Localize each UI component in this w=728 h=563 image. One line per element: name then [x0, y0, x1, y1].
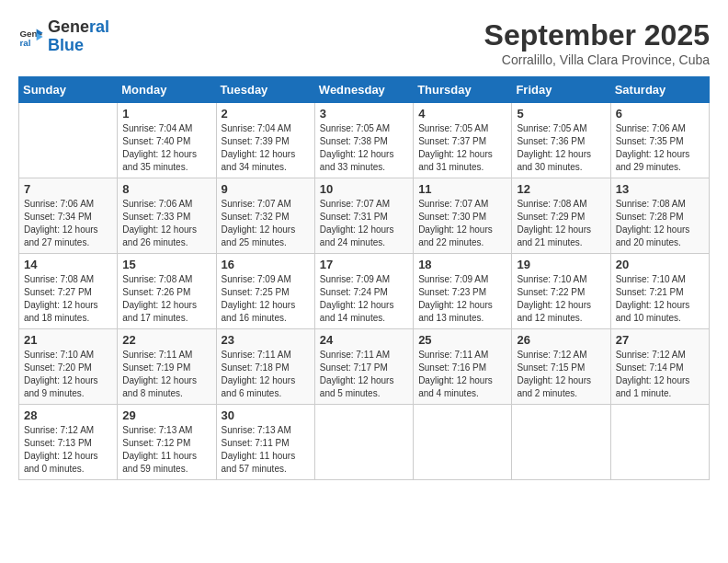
day-info: Sunrise: 7:13 AM Sunset: 7:12 PM Dayligh… — [122, 424, 210, 476]
day-number: 23 — [222, 333, 310, 347]
calendar-day-cell: 22Sunrise: 7:11 AM Sunset: 7:19 PM Dayli… — [118, 329, 216, 405]
day-info: Sunrise: 7:08 AM Sunset: 7:26 PM Dayligh… — [122, 273, 210, 325]
calendar-day-cell: 5Sunrise: 7:05 AM Sunset: 7:36 PM Daylig… — [512, 103, 610, 178]
day-info: Sunrise: 7:10 AM Sunset: 7:22 PM Dayligh… — [517, 273, 605, 325]
svg-text:ral: ral — [19, 38, 30, 48]
day-info: Sunrise: 7:06 AM Sunset: 7:34 PM Dayligh… — [24, 198, 112, 249]
day-number: 4 — [418, 107, 506, 121]
calendar-week-row: 28Sunrise: 7:12 AM Sunset: 7:13 PM Dayli… — [19, 405, 710, 480]
day-number: 10 — [320, 182, 408, 196]
calendar-day-cell: 24Sunrise: 7:11 AM Sunset: 7:17 PM Dayli… — [314, 329, 413, 405]
day-info: Sunrise: 7:12 AM Sunset: 7:14 PM Dayligh… — [616, 349, 704, 400]
calendar-day-cell: 2Sunrise: 7:04 AM Sunset: 7:39 PM Daylig… — [216, 103, 314, 178]
calendar-day-cell: 1Sunrise: 7:04 AM Sunset: 7:40 PM Daylig… — [118, 103, 216, 178]
calendar-table: SundayMondayTuesdayWednesdayThursdayFrid… — [18, 76, 710, 480]
calendar-week-row: 14Sunrise: 7:08 AM Sunset: 7:27 PM Dayli… — [19, 254, 710, 329]
logo-text: General Blue — [48, 18, 109, 55]
calendar-day-cell: 29Sunrise: 7:13 AM Sunset: 7:12 PM Dayli… — [118, 405, 216, 480]
days-header-row: SundayMondayTuesdayWednesdayThursdayFrid… — [19, 77, 710, 103]
calendar-day-cell: 28Sunrise: 7:12 AM Sunset: 7:13 PM Dayli… — [19, 405, 118, 480]
day-number: 29 — [122, 408, 210, 422]
day-info: Sunrise: 7:06 AM Sunset: 7:35 PM Dayligh… — [616, 122, 704, 174]
calendar-day-cell — [512, 405, 610, 480]
calendar-day-cell: 9Sunrise: 7:07 AM Sunset: 7:32 PM Daylig… — [216, 178, 314, 254]
day-of-week-header: Monday — [118, 77, 216, 103]
logo: Gene ral General Blue — [18, 18, 109, 55]
day-info: Sunrise: 7:04 AM Sunset: 7:39 PM Dayligh… — [222, 122, 310, 174]
day-number: 13 — [616, 182, 704, 196]
day-number: 25 — [418, 333, 506, 347]
day-info: Sunrise: 7:09 AM Sunset: 7:24 PM Dayligh… — [320, 273, 408, 325]
day-number: 7 — [24, 182, 112, 196]
day-number: 14 — [24, 258, 112, 271]
calendar-day-cell: 19Sunrise: 7:10 AM Sunset: 7:22 PM Dayli… — [512, 254, 610, 329]
day-of-week-header: Sunday — [19, 77, 118, 103]
location-subtitle: Corralillo, Villa Clara Province, Cuba — [484, 52, 710, 67]
calendar-day-cell: 16Sunrise: 7:09 AM Sunset: 7:25 PM Dayli… — [216, 254, 314, 329]
day-number: 21 — [24, 333, 112, 347]
day-info: Sunrise: 7:07 AM Sunset: 7:30 PM Dayligh… — [418, 198, 506, 249]
calendar-week-row: 7Sunrise: 7:06 AM Sunset: 7:34 PM Daylig… — [19, 178, 710, 254]
calendar-day-cell: 30Sunrise: 7:13 AM Sunset: 7:11 PM Dayli… — [216, 405, 314, 480]
calendar-day-cell: 12Sunrise: 7:08 AM Sunset: 7:29 PM Dayli… — [512, 178, 610, 254]
day-info: Sunrise: 7:04 AM Sunset: 7:40 PM Dayligh… — [122, 122, 210, 174]
day-info: Sunrise: 7:05 AM Sunset: 7:38 PM Dayligh… — [320, 122, 408, 174]
day-info: Sunrise: 7:11 AM Sunset: 7:17 PM Dayligh… — [320, 349, 408, 400]
day-info: Sunrise: 7:07 AM Sunset: 7:32 PM Dayligh… — [222, 198, 310, 249]
day-of-week-header: Wednesday — [314, 77, 413, 103]
day-info: Sunrise: 7:09 AM Sunset: 7:23 PM Dayligh… — [418, 273, 506, 325]
day-number: 2 — [222, 107, 310, 121]
day-info: Sunrise: 7:12 AM Sunset: 7:15 PM Dayligh… — [517, 349, 605, 400]
calendar-day-cell — [610, 405, 709, 480]
day-info: Sunrise: 7:08 AM Sunset: 7:29 PM Dayligh… — [517, 198, 605, 249]
calendar-day-cell: 11Sunrise: 7:07 AM Sunset: 7:30 PM Dayli… — [414, 178, 512, 254]
day-info: Sunrise: 7:12 AM Sunset: 7:13 PM Dayligh… — [24, 424, 112, 476]
day-number: 6 — [616, 107, 704, 121]
day-number: 19 — [517, 258, 605, 271]
calendar-day-cell: 4Sunrise: 7:05 AM Sunset: 7:37 PM Daylig… — [414, 103, 512, 178]
day-number: 8 — [122, 182, 210, 196]
day-info: Sunrise: 7:10 AM Sunset: 7:20 PM Dayligh… — [24, 349, 112, 400]
calendar-day-cell: 21Sunrise: 7:10 AM Sunset: 7:20 PM Dayli… — [19, 329, 118, 405]
calendar-body: 1Sunrise: 7:04 AM Sunset: 7:40 PM Daylig… — [19, 103, 710, 480]
calendar-day-cell: 26Sunrise: 7:12 AM Sunset: 7:15 PM Dayli… — [512, 329, 610, 405]
page-header: Gene ral General Blue September 2025 Cor… — [18, 18, 710, 67]
day-number: 28 — [24, 408, 112, 422]
day-number: 20 — [616, 258, 704, 271]
calendar-day-cell: 8Sunrise: 7:06 AM Sunset: 7:33 PM Daylig… — [118, 178, 216, 254]
day-info: Sunrise: 7:09 AM Sunset: 7:25 PM Dayligh… — [222, 273, 310, 325]
day-info: Sunrise: 7:11 AM Sunset: 7:19 PM Dayligh… — [122, 349, 210, 400]
day-info: Sunrise: 7:08 AM Sunset: 7:27 PM Dayligh… — [24, 273, 112, 325]
day-of-week-header: Friday — [512, 77, 610, 103]
calendar-day-cell: 3Sunrise: 7:05 AM Sunset: 7:38 PM Daylig… — [314, 103, 413, 178]
day-number: 15 — [122, 258, 210, 271]
calendar-day-cell — [314, 405, 413, 480]
calendar-day-cell: 17Sunrise: 7:09 AM Sunset: 7:24 PM Dayli… — [314, 254, 413, 329]
logo-icon: Gene ral — [18, 24, 44, 50]
day-number: 1 — [122, 107, 210, 121]
day-number: 27 — [616, 333, 704, 347]
day-number: 18 — [418, 258, 506, 271]
day-number: 30 — [222, 408, 310, 422]
calendar-day-cell: 20Sunrise: 7:10 AM Sunset: 7:21 PM Dayli… — [610, 254, 709, 329]
day-number: 17 — [320, 258, 408, 271]
calendar-day-cell: 23Sunrise: 7:11 AM Sunset: 7:18 PM Dayli… — [216, 329, 314, 405]
calendar-day-cell — [414, 405, 512, 480]
calendar-day-cell: 10Sunrise: 7:07 AM Sunset: 7:31 PM Dayli… — [314, 178, 413, 254]
day-number: 9 — [222, 182, 310, 196]
calendar-day-cell: 14Sunrise: 7:08 AM Sunset: 7:27 PM Dayli… — [19, 254, 118, 329]
day-info: Sunrise: 7:06 AM Sunset: 7:33 PM Dayligh… — [122, 198, 210, 249]
day-number: 22 — [122, 333, 210, 347]
day-of-week-header: Thursday — [414, 77, 512, 103]
calendar-week-row: 21Sunrise: 7:10 AM Sunset: 7:20 PM Dayli… — [19, 329, 710, 405]
calendar-day-cell: 25Sunrise: 7:11 AM Sunset: 7:16 PM Dayli… — [414, 329, 512, 405]
day-info: Sunrise: 7:11 AM Sunset: 7:16 PM Dayligh… — [418, 349, 506, 400]
day-info: Sunrise: 7:13 AM Sunset: 7:11 PM Dayligh… — [222, 424, 310, 476]
day-info: Sunrise: 7:08 AM Sunset: 7:28 PM Dayligh… — [616, 198, 704, 249]
title-block: September 2025 Corralillo, Villa Clara P… — [484, 18, 710, 67]
calendar-day-cell — [19, 103, 118, 178]
day-number: 24 — [320, 333, 408, 347]
day-info: Sunrise: 7:07 AM Sunset: 7:31 PM Dayligh… — [320, 198, 408, 249]
day-info: Sunrise: 7:05 AM Sunset: 7:36 PM Dayligh… — [517, 122, 605, 174]
day-info: Sunrise: 7:11 AM Sunset: 7:18 PM Dayligh… — [222, 349, 310, 400]
